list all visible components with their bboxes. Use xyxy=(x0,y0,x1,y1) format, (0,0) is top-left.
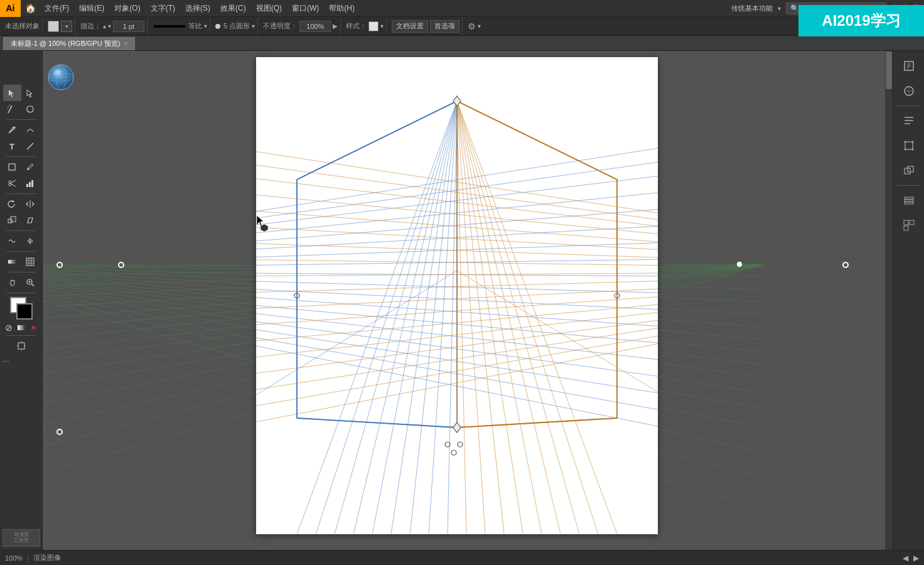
hand-tool[interactable] xyxy=(3,274,21,291)
selection-section: 未选择对象 xyxy=(3,17,43,35)
properties-button[interactable] xyxy=(898,55,920,77)
eyedropper-tool[interactable] xyxy=(21,159,40,175)
fill-type-dropdown[interactable]: ▾ xyxy=(61,21,72,32)
extra-dropdown[interactable]: ▾ xyxy=(478,23,481,30)
menu-type[interactable]: 文字(T) xyxy=(146,0,180,17)
menu-window[interactable]: 窗口(W) xyxy=(287,0,324,17)
left-vp-dot[interactable] xyxy=(56,262,63,268)
workspace-dropdown-icon[interactable]: ▾ xyxy=(778,5,781,12)
stroke-down-icon[interactable]: ▾ xyxy=(108,23,111,30)
svg-marker-162 xyxy=(453,422,461,433)
gradient-color-button[interactable] xyxy=(16,322,27,333)
no-fill-button[interactable]: ✕ xyxy=(28,322,40,333)
tab-label: 未标题-1 @ 100% (RGB/GPU 预览) xyxy=(11,39,120,48)
warp-tool[interactable] xyxy=(3,233,21,249)
pathfinder-button[interactable] xyxy=(898,159,920,182)
menu-edit[interactable]: 编辑(E) xyxy=(74,0,109,17)
svg-rect-57 xyxy=(905,200,913,202)
svg-rect-60 xyxy=(910,220,914,225)
menu-view[interactable]: 视图(Q) xyxy=(251,0,287,17)
background-color[interactable] xyxy=(16,303,33,320)
left-vp-dot2[interactable] xyxy=(118,262,124,268)
stroke-style-section: 等比 ▾ xyxy=(150,17,210,35)
extra-tools-section: ⚙ ▾ xyxy=(465,17,483,35)
type-tool[interactable]: T xyxy=(3,138,21,154)
scale-tool[interactable] xyxy=(3,212,21,229)
fill-color-swatch[interactable] xyxy=(48,21,59,32)
svg-rect-16 xyxy=(26,184,28,187)
libraries-button[interactable] xyxy=(898,80,920,102)
scale-tool-row xyxy=(3,212,40,229)
svg-line-149 xyxy=(457,101,542,534)
next-artboard-button[interactable]: ▶ xyxy=(913,554,919,562)
opacity-arrow[interactable]: ▶ xyxy=(333,23,338,30)
menu-object[interactable]: 对象(O) xyxy=(109,0,145,17)
layers-button[interactable] xyxy=(898,189,920,212)
pen-tool-row xyxy=(3,122,40,138)
workspace-label[interactable]: 传统基本功能 xyxy=(731,4,773,13)
canvas-area[interactable] xyxy=(43,51,893,550)
lasso-tool[interactable] xyxy=(21,101,40,117)
align-button[interactable] xyxy=(898,109,920,132)
tool-groups: T xyxy=(3,85,40,365)
svg-line-123 xyxy=(410,101,457,534)
svg-marker-161 xyxy=(453,96,461,106)
style-swatch[interactable] xyxy=(368,21,379,31)
curvature-tool[interactable] xyxy=(21,122,40,138)
stroke-width-input[interactable] xyxy=(113,21,144,32)
width-tool[interactable] xyxy=(21,233,40,249)
brush-dropdown[interactable]: ▾ xyxy=(252,23,255,30)
menu-items: 文件(F) 编辑(E) 对象(O) 文字(T) 选择(S) 效果(C) 视图(Q… xyxy=(40,0,360,17)
rotate-tool[interactable] xyxy=(3,196,21,212)
artboards-button[interactable] xyxy=(898,214,920,237)
stroke-mode-dropdown[interactable]: ▾ xyxy=(204,23,207,30)
direct-select-tool[interactable] xyxy=(21,85,40,101)
graph-tool[interactable] xyxy=(21,175,40,191)
menu-file[interactable]: 文件(F) xyxy=(40,0,74,17)
preferences-button[interactable]: 首选项 xyxy=(430,20,459,33)
shear-tool[interactable] xyxy=(21,212,40,229)
opacity-section: 不透明度： ▶ xyxy=(261,17,341,35)
right-panel xyxy=(893,51,924,550)
pen-tool[interactable] xyxy=(3,122,21,138)
document-tab[interactable]: 未标题-1 @ 100% (RGB/GPU 预览) × xyxy=(3,36,136,50)
selection-tool-row xyxy=(3,85,40,101)
shape-tool-row xyxy=(3,159,40,175)
rectangle-tool[interactable] xyxy=(3,159,21,175)
svg-line-119 xyxy=(335,101,457,534)
gradient-tool[interactable] xyxy=(3,254,21,270)
line-tool[interactable] xyxy=(21,138,40,154)
scissors-tool[interactable] xyxy=(3,175,21,191)
menu-effect[interactable]: 效果(C) xyxy=(215,0,251,17)
more-tools-btn[interactable]: ··· xyxy=(3,357,40,365)
tab-close-button[interactable]: × xyxy=(124,40,127,47)
extra-icon[interactable]: ⚙ xyxy=(468,21,476,31)
globe-widget[interactable] xyxy=(47,63,75,91)
vertical-scrollbar[interactable] xyxy=(885,51,893,550)
style-dropdown[interactable]: ▾ xyxy=(380,23,384,30)
menu-select[interactable]: 选择(S) xyxy=(180,0,215,17)
status-bar: 100% 渲染图像 ◀ ▶ xyxy=(0,550,924,565)
zoom-level[interactable]: 100% xyxy=(5,554,23,562)
opacity-input[interactable] xyxy=(299,21,331,32)
svg-point-53 xyxy=(911,149,913,151)
select-tool[interactable] xyxy=(3,85,21,101)
magic-wand-tool[interactable] xyxy=(3,101,21,117)
mesh-tool[interactable] xyxy=(21,254,40,270)
right-vp-dot[interactable] xyxy=(842,262,849,268)
stroke-up-icon[interactable]: ▴ xyxy=(103,23,106,30)
doc-settings-button[interactable]: 文档设置 xyxy=(392,20,428,33)
none-color-button[interactable]: ⊘ xyxy=(3,322,14,333)
transform-button[interactable] xyxy=(898,134,920,157)
prev-artboard-button[interactable]: ◀ xyxy=(903,554,908,562)
artboard-tool[interactable] xyxy=(3,338,40,354)
scrollbar-thumb[interactable] xyxy=(886,51,892,89)
bottom-left-dot[interactable] xyxy=(56,429,63,435)
zoom-tool[interactable] xyxy=(21,274,40,291)
svg-line-156 xyxy=(457,101,617,180)
svg-rect-25 xyxy=(8,260,16,264)
reflect-tool[interactable] xyxy=(21,196,40,212)
home-icon[interactable]: 🏠 xyxy=(21,0,40,17)
menu-help[interactable]: 帮助(H) xyxy=(324,0,360,17)
style-section: 样式： ▾ xyxy=(343,17,387,35)
